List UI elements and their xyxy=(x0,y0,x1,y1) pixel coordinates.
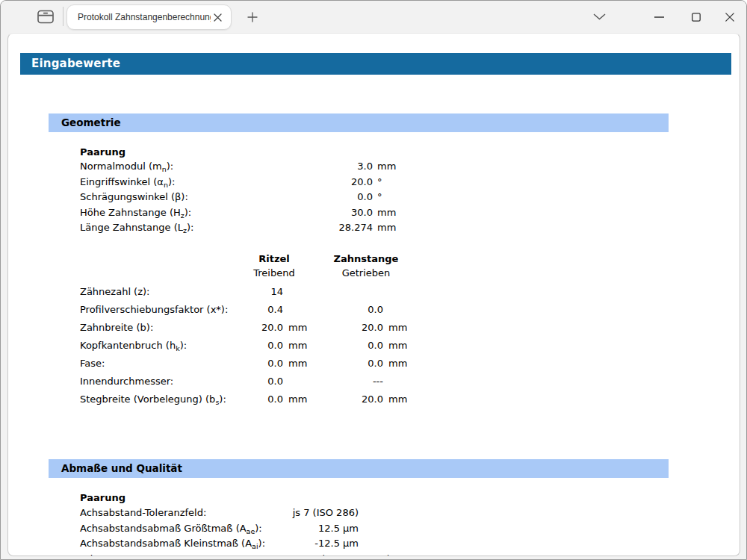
row-unit: ° xyxy=(373,190,406,205)
report-row: ToleranznormDIN 3961 (August 1978) xyxy=(80,552,669,557)
report-row: Höhe Zahnstange (Hz):30.0mm xyxy=(80,205,669,221)
row-value: -12.5 µm xyxy=(273,536,359,552)
row-label: Achsabstand-Toleranzfeld: xyxy=(80,505,273,521)
report-row: Kopfkantenbruch (hk):0.0mm0.0mm xyxy=(80,337,669,355)
row-label: Zahnbreite (b): xyxy=(80,319,259,337)
row-unit: ° xyxy=(373,175,406,190)
row-value: 0.0 xyxy=(259,190,373,205)
tab-bar: Protokoll Zahnstangenberechnung xyxy=(1,1,746,33)
row-label: Schrägungswinkel (β): xyxy=(80,190,259,205)
row-unit: mm xyxy=(373,159,406,175)
row-label: Kopfkantenbruch (hk): xyxy=(80,337,259,355)
report-row: Eingriffswinkel (αn):20.0° xyxy=(80,175,669,190)
row-unit-ritzel xyxy=(283,301,316,319)
row-label: Fase: xyxy=(80,355,259,373)
row-unit: mm xyxy=(373,220,406,236)
maximize-button[interactable] xyxy=(679,1,713,33)
section-geometrie: Geometrie Paarung Normalmodul (mn):3.0mm… xyxy=(49,113,669,408)
row-label: Zähnezahl (z): xyxy=(80,283,259,301)
row-label: Achsabstandsabmaß Kleinstmaß (Aai): xyxy=(80,536,273,552)
report-row: Achsabstandsabmaß Kleinstmaß (Aai):-12.5… xyxy=(80,536,669,552)
report-banner: Eingabewerte xyxy=(20,53,731,75)
row-value: 28.274 xyxy=(259,220,373,236)
row-value: 30.0 xyxy=(259,205,373,221)
row-label: Profilverschiebungsfaktor (x*): xyxy=(80,301,259,319)
row-label: Innendurchmesser: xyxy=(80,373,259,391)
column-zahnstange-role: Getrieben xyxy=(314,267,418,279)
tab-bar-divider xyxy=(63,7,63,26)
subsection-paarung: Paarung xyxy=(80,146,669,158)
row-unit-zahnstange: mm xyxy=(383,319,416,337)
row-unit-zahnstange: mm xyxy=(383,337,416,355)
row-value: js 7 (ISO 286) xyxy=(273,505,359,521)
section-header: Geometrie xyxy=(49,113,669,132)
report-row: Profilverschiebungsfaktor (x*):0.40.0 xyxy=(80,301,669,319)
tab-overview-button[interactable] xyxy=(34,7,58,27)
plus-icon xyxy=(247,12,258,22)
minimize-button[interactable] xyxy=(642,1,676,33)
subsection-paarung: Paarung xyxy=(80,492,669,504)
report-row: Stegbreite (Vorbelegung) (bs):0.0mm20.0m… xyxy=(80,391,669,408)
row-value-zahnstange xyxy=(316,283,383,301)
new-tab-button[interactable] xyxy=(243,7,262,27)
report-row: Achsabstand-Toleranzfeld:js 7 (ISO 286) xyxy=(80,505,669,521)
app-window: Protokoll Zahnstangenberechnung xyxy=(0,0,747,560)
close-button[interactable] xyxy=(713,1,747,33)
row-value-ritzel: 0.0 xyxy=(259,391,283,408)
row-unit-zahnstange xyxy=(383,373,416,391)
row-label: Länge Zahnstange (Lz): xyxy=(80,220,259,236)
pair-rows: Normalmodul (mn):3.0mmEingriffswinkel (α… xyxy=(49,159,669,236)
section-abmasse: Abmaße und Qualität Paarung Achsabstand-… xyxy=(49,459,669,556)
tab-list-icon xyxy=(37,10,54,24)
column-headers: Ritzel Zahnstange Treibend Getrieben xyxy=(49,253,669,283)
banner-title: Eingabewerte xyxy=(31,57,120,70)
row-unit-ritzel: mm xyxy=(283,355,316,373)
row-value-zahnstange: 20.0 xyxy=(316,319,383,337)
row-unit-ritzel: mm xyxy=(283,337,316,355)
row-label: Achsabstandsabmaß Größtmaß (Aae): xyxy=(80,521,273,537)
row-label: Toleranznorm xyxy=(80,552,273,557)
row-unit-zahnstange xyxy=(383,301,416,319)
report-row: Länge Zahnstange (Lz):28.274mm xyxy=(80,220,669,236)
row-unit-zahnstange: mm xyxy=(383,391,416,408)
row-unit-ritzel xyxy=(283,283,316,301)
document-area: Eingabewerte Geometrie Paarung Normalmod… xyxy=(7,33,740,556)
table-rows: Zähnezahl (z):14Profilverschiebungsfakto… xyxy=(49,283,669,408)
report-row: Innendurchmesser:0.0--- xyxy=(80,373,669,391)
row-label: Eingriffswinkel (αn): xyxy=(80,175,259,190)
tab-protokoll[interactable]: Protokoll Zahnstangenberechnung xyxy=(66,4,232,30)
row-value: 20.0 xyxy=(259,175,373,190)
value-rows: Achsabstand-Toleranzfeld:js 7 (ISO 286)A… xyxy=(49,505,669,556)
row-unit-zahnstange: mm xyxy=(383,355,416,373)
tab-close-icon[interactable] xyxy=(211,10,225,25)
report-row: Zahnbreite (b):20.0mm20.0mm xyxy=(80,319,669,337)
row-unit-ritzel: mm xyxy=(283,391,316,408)
row-label: Stegbreite (Vorbelegung) (bs): xyxy=(80,391,259,408)
chevron-down-icon xyxy=(593,13,606,20)
row-value-ritzel: 20.0 xyxy=(259,319,283,337)
column-ritzel-role: Treibend xyxy=(229,267,319,279)
row-value: DIN 3961 (August 1978) xyxy=(273,552,359,557)
row-unit-zahnstange xyxy=(383,283,416,301)
maximize-icon xyxy=(692,13,701,22)
report-row: Normalmodul (mn):3.0mm xyxy=(80,159,669,175)
tab-menu-button[interactable] xyxy=(589,7,610,27)
tab-title: Protokoll Zahnstangenberechnung xyxy=(78,12,211,22)
column-zahnstange: Zahnstange xyxy=(314,253,418,265)
row-value-ritzel: 0.0 xyxy=(259,337,283,355)
minimize-icon xyxy=(654,16,664,18)
row-value-zahnstange: 20.0 xyxy=(316,391,383,408)
section-header: Abmaße und Qualität xyxy=(49,459,669,478)
row-unit-ritzel: mm xyxy=(283,319,316,337)
row-value-ritzel: 0.0 xyxy=(259,355,283,373)
row-label: Normalmodul (mn): xyxy=(80,159,259,175)
row-value: 12.5 µm xyxy=(273,521,359,537)
row-unit-ritzel xyxy=(283,373,316,391)
row-value-zahnstange: 0.0 xyxy=(316,301,383,319)
report-row: Achsabstandsabmaß Größtmaß (Aae):12.5 µm xyxy=(80,521,669,537)
report-row: Zähnezahl (z):14 xyxy=(80,283,669,301)
row-value-ritzel: 0.4 xyxy=(259,301,283,319)
row-value: 3.0 xyxy=(259,159,373,175)
row-value-ritzel: 14 xyxy=(259,283,283,301)
row-value-ritzel: 0.0 xyxy=(259,373,283,391)
